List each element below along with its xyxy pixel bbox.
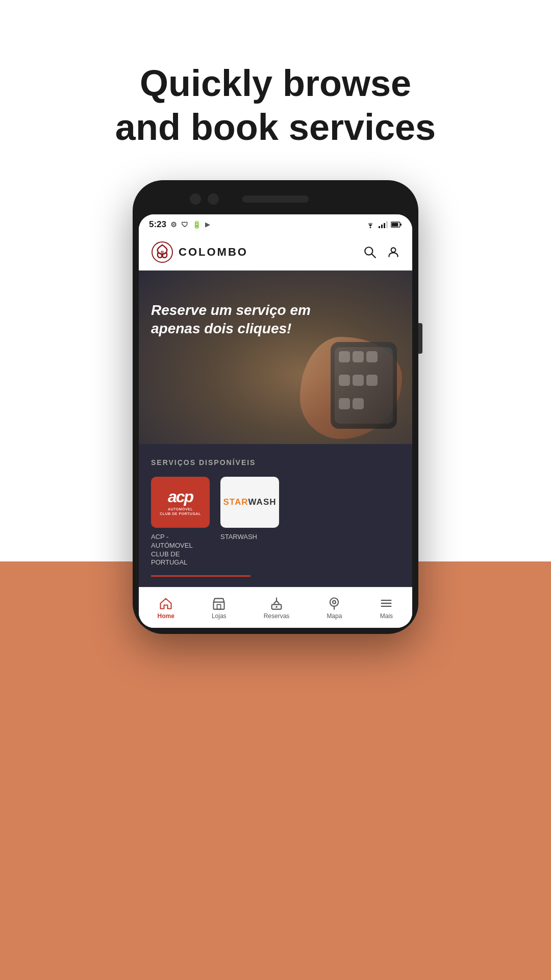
nav-item-home[interactable]: Home (158, 596, 174, 620)
svg-point-17 (330, 598, 338, 606)
reservas-nav-label: Reservas (264, 612, 290, 620)
starwash-logo-text-star: STAR (223, 497, 248, 507)
svg-line-11 (372, 254, 375, 258)
shield-status-icon: 🛡 (181, 220, 188, 229)
svg-point-0 (370, 227, 371, 228)
app-logo: COLOMBO (151, 241, 248, 263)
mapa-nav-icon (327, 596, 341, 610)
phone-side-button (418, 323, 422, 354)
mapa-nav-label: Mapa (327, 612, 342, 620)
bottom-navigation: Home Lojas (139, 587, 412, 628)
phone-camera-right (208, 193, 219, 205)
svg-point-12 (391, 248, 396, 253)
lojas-nav-label: Lojas (212, 612, 227, 620)
svg-rect-14 (217, 604, 221, 609)
phone-device: 5:23 ⚙ 🛡 🔋 ▶ (133, 180, 418, 634)
app-logo-text: COLOMBO (179, 246, 248, 259)
phone-top-bezel (139, 186, 412, 214)
starwash-logo-box: STARWASH (220, 477, 279, 528)
svg-rect-3 (384, 223, 385, 228)
phone-screen: 5:23 ⚙ 🛡 🔋 ▶ (139, 214, 412, 628)
hero-banner: Reserve um serviço em apenas dois clique… (139, 271, 412, 444)
status-time: 5:23 (149, 219, 166, 230)
svg-rect-6 (400, 224, 402, 226)
mais-nav-label: Mais (380, 612, 393, 620)
svg-point-9 (161, 251, 164, 254)
wifi-icon (365, 221, 375, 228)
service-card-starwash[interactable]: STARWASH STARWASH (220, 477, 282, 568)
status-bar-right (365, 221, 402, 228)
starwash-service-name: STARWASH (220, 533, 257, 542)
phone-screen-in-hand (335, 347, 393, 424)
nav-item-lojas[interactable]: Lojas (212, 596, 227, 620)
phone-speaker (242, 195, 309, 203)
starwash-logo-text-wash: WASH (248, 497, 277, 507)
home-nav-icon (159, 596, 173, 610)
svg-rect-7 (392, 223, 398, 226)
mais-nav-icon (379, 596, 393, 610)
services-grid: acp AUTOMÓVELCLUB DE PORTUGAL ACP -AUTÓM… (151, 477, 400, 568)
battery-icon (391, 222, 402, 228)
reservas-nav-icon (269, 596, 284, 610)
services-divider (151, 575, 400, 577)
nav-item-reservas[interactable]: Reservas (264, 596, 290, 620)
hero-title: Quickly browse and book services (0, 61, 551, 150)
acp-logo-main-text: acp (168, 488, 193, 505)
home-nav-label: Home (158, 612, 174, 620)
app-header: COLOMBO (139, 235, 412, 271)
user-icon[interactable] (387, 246, 400, 259)
status-bar-left: 5:23 ⚙ 🛡 🔋 ▶ (149, 219, 210, 230)
svg-point-18 (333, 601, 336, 604)
acp-service-name: ACP -AUTÓMOVELCLUB DEPORTUGAL (151, 533, 193, 568)
signal-icon (379, 221, 388, 228)
banner-text: Reserve um serviço em apenas dois clique… (151, 301, 331, 338)
svg-rect-1 (379, 226, 380, 228)
svg-rect-2 (381, 225, 383, 228)
phone-status-icon: 🔋 (192, 220, 201, 229)
play-status-icon: ▶ (205, 221, 210, 228)
search-icon[interactable] (363, 246, 377, 259)
service-card-acp[interactable]: acp AUTOMÓVELCLUB DE PORTUGAL ACP -AUTÓM… (151, 477, 212, 568)
svg-rect-13 (214, 602, 224, 609)
lojas-nav-icon (212, 596, 226, 610)
nav-item-mapa[interactable]: Mapa (327, 596, 342, 620)
header-action-icons (363, 246, 400, 259)
acp-logo-box: acp AUTOMÓVELCLUB DE PORTUGAL (151, 477, 210, 528)
top-hero-section: Quickly browse and book services (0, 0, 551, 180)
services-section: SERVIÇOS DISPONÍVEIS acp AUTOMÓVELCLUB D… (139, 444, 412, 587)
acp-logo-subtitle: AUTOMÓVELCLUB DE PORTUGAL (160, 507, 201, 516)
status-bar: 5:23 ⚙ 🛡 🔋 ▶ (139, 214, 412, 235)
phone-mockup-wrapper: 5:23 ⚙ 🛡 🔋 ▶ (0, 180, 551, 634)
phone-in-hand (331, 342, 397, 429)
settings-status-icon: ⚙ (170, 220, 177, 229)
colombo-logo-icon (151, 241, 173, 263)
services-section-title: SERVIÇOS DISPONÍVEIS (151, 458, 400, 467)
phone-camera-left (190, 193, 201, 205)
svg-point-16 (276, 606, 278, 608)
svg-rect-4 (386, 221, 388, 228)
nav-item-mais[interactable]: Mais (379, 596, 393, 620)
